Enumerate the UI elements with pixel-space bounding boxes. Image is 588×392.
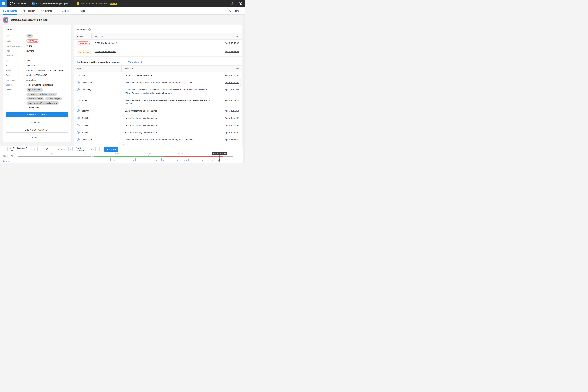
event-bar[interactable] (188, 159, 188, 162)
pod-entity-icon (3, 17, 8, 22)
about-field-ready: Ready containers 1/1 (6, 44, 68, 48)
chevron-down-icon (122, 143, 125, 145)
show-last-change-button[interactable]: SHOW LAST CHANGE (6, 112, 68, 118)
event-message: Back-off restarting failed container (125, 117, 157, 119)
event-time-link[interactable]: Apr 5, 15:56:04 (225, 88, 239, 91)
marker-drag-handle[interactable] (219, 159, 220, 162)
about-field-cluster: Cluster demo-dev.demo.stackstate.io (6, 84, 68, 86)
event-bar[interactable] (133, 160, 134, 162)
event-row: KillingStopping container catalogueApr 5… (74, 72, 242, 79)
health-axis-label: Health ? (3, 155, 13, 157)
timeline-track[interactable]: 15:1315:2215:3115:4015:49 Apr 5, 16:00:0… (18, 146, 233, 163)
event-bar[interactable] (114, 160, 115, 162)
event-time-link[interactable]: Apr 5, 16:00:37 (225, 74, 239, 76)
event-bar[interactable] (162, 158, 162, 162)
health-state-badge: CRITICAL (77, 42, 90, 46)
event-time-link[interactable]: Apr 5, 15:52:01 (225, 124, 239, 126)
alert-circle-icon (77, 81, 80, 84)
health-timeline[interactable] (18, 156, 233, 156)
chevron-down-icon (240, 10, 242, 12)
show-status-button[interactable]: SHOW STATUS (6, 120, 68, 125)
help-icon[interactable]: ? (88, 28, 91, 31)
event-time-link[interactable]: Apr 5, 15:52:14 (225, 110, 239, 112)
monitor-message-link[interactable]: OOM Killed (catalogue) (95, 42, 117, 44)
view-all-events-link[interactable]: View all events (128, 61, 143, 63)
event-bar[interactable] (202, 160, 203, 162)
page-title: catalogue-69b58cb649-gjl5v (pod) (10, 18, 48, 21)
last-events-title: Last events in the current time window (77, 60, 120, 63)
owner-link[interactable]: catalogue-69b58cb649 (26, 74, 47, 76)
more-labels-link[interactable]: +15 more labels (26, 106, 41, 109)
event-message: Container 'catalogue' was killed due to … (125, 81, 194, 84)
event-bar[interactable] (110, 158, 111, 162)
event-type: BackOff (82, 109, 89, 112)
alert-circle-icon (77, 88, 80, 91)
traces-icon (74, 10, 77, 12)
events-table-header: Type Message Time (74, 66, 242, 72)
health-segment (92, 156, 94, 156)
event-time-link[interactable]: Apr 5, 15:52:00 (225, 131, 239, 134)
breadcrumb-section[interactable]: Components (14, 2, 26, 5)
event-type: Pulled (82, 99, 88, 102)
help-icon[interactable]: ? (10, 155, 13, 157)
event-row: BackOffBack-off restarting failed contai… (74, 114, 242, 122)
event-time-link[interactable]: Apr 5, 15:59:00 (225, 81, 239, 84)
monitor-time-link[interactable]: Apr 5, 15:46:06 (225, 50, 239, 53)
event-type: BackOff (82, 131, 89, 134)
health-segment (18, 156, 92, 156)
event-bar[interactable] (186, 160, 187, 162)
event-bar[interactable] (177, 160, 178, 162)
tab-events[interactable]: Events (41, 7, 52, 14)
menu-icon[interactable] (0, 0, 7, 7)
monitor-time-link[interactable]: Apr 5, 15:45:06 (225, 42, 239, 44)
filters-button[interactable]: Filters (229, 10, 242, 12)
tab-highlights[interactable]: Highlights (3, 7, 17, 14)
timeline-panel: Apr 5, 15:04 - Apr 5, 16:04 Topology Apr… (0, 146, 243, 163)
monitor-message-link[interactable]: Restarts for containers (95, 50, 116, 53)
avatar[interactable] (238, 2, 242, 6)
event-type: OOMKilled (82, 81, 92, 84)
highlights-icon (4, 10, 6, 12)
event-type: BackOff (82, 124, 89, 127)
right-panel-strip (243, 14, 245, 163)
event-type: Killing (82, 74, 87, 77)
pod-icon (32, 2, 35, 5)
tab-topology[interactable]: Topology (22, 7, 36, 14)
event-time-link[interactable]: Apr 5, 15:52:28 (225, 99, 239, 102)
event-bar[interactable] (135, 158, 136, 162)
about-field-restarts: Restarts 3 (6, 54, 68, 57)
range-prev-button[interactable] (2, 147, 6, 152)
event-bar[interactable] (163, 160, 164, 162)
time-travel-marker[interactable]: Apr 5, 16:00:09 (212, 152, 227, 162)
runner-icon (77, 99, 80, 102)
runner-icon (77, 74, 80, 77)
event-type: OOMKilled (82, 138, 92, 141)
show-configuration-button[interactable]: SHOW CONFIGURATION (6, 127, 68, 132)
tab-metrics[interactable]: Metrics (58, 7, 69, 14)
go-live-link[interactable]: Go live (110, 2, 117, 5)
pin-counter[interactable]: 0 (231, 2, 236, 5)
event-bar[interactable] (184, 160, 185, 162)
about-field-namespace: Namespace sock-shop (6, 78, 68, 82)
help-icon[interactable]: ? (122, 61, 124, 63)
page-header: catalogue-69b58cb649-gjl5v (pod) (0, 14, 243, 25)
metrics-icon (58, 10, 60, 12)
breadcrumb-entity: catalogue-69b58cb649-gjl5v (pod) (36, 2, 68, 5)
events-icon (42, 10, 44, 12)
event-message: Back-off restarting failed container (125, 110, 157, 112)
event-time-link[interactable]: Apr 5, 15:51:59 (225, 138, 239, 141)
monitors-table-header: Health Message Time (74, 33, 242, 40)
event-time-link[interactable]: Apr 5, 15:52:02 (225, 117, 239, 119)
collapse-right-panel-handle[interactable] (240, 77, 244, 87)
monitor-row: DEVIATING Restarts for containers Apr 5,… (74, 48, 242, 56)
event-row: BackOffBack-off restarting failed contai… (74, 122, 242, 129)
health-badge: CRITICAL (26, 40, 39, 42)
show-logs-button[interactable]: SHOW LOGS (6, 135, 68, 140)
type-chip: pod (26, 34, 33, 38)
collapse-timeline-handle[interactable] (119, 142, 128, 146)
label-chip: component-type:kubernetes-pod (26, 93, 57, 96)
event-row: PulledContainer image "quay.io/stackstat… (74, 97, 242, 107)
event-message: Container image "quay.io/stackstate/weav… (125, 99, 210, 105)
event-bar[interactable] (156, 160, 156, 162)
tab-traces[interactable]: Traces (74, 7, 85, 14)
